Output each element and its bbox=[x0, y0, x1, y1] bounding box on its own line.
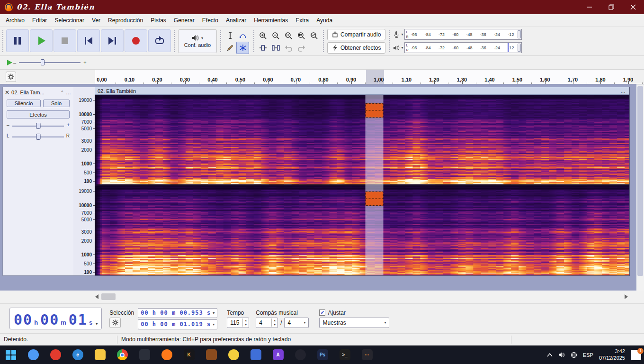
vertical-scrollbar[interactable] bbox=[636, 84, 644, 291]
selection-options-button[interactable] bbox=[109, 318, 121, 328]
snap-checkbox-row[interactable]: ✓ Ajustar bbox=[319, 309, 345, 316]
zoom-fit-project-button[interactable] bbox=[295, 29, 308, 42]
speed-slider[interactable] bbox=[19, 59, 80, 66]
scroll-left-button[interactable] bbox=[93, 293, 100, 300]
taskbar-icon-archive-app[interactable] bbox=[205, 349, 217, 361]
menu-item-efecto[interactable]: Efecto bbox=[198, 15, 222, 26]
loop-button[interactable] bbox=[148, 29, 171, 52]
get-effects-button[interactable]: Obtener efectos bbox=[327, 42, 385, 54]
menu-item-ver[interactable]: Ver bbox=[88, 15, 104, 26]
taskbar-icon-audacity[interactable] bbox=[161, 349, 173, 361]
toolbar-grip[interactable] bbox=[173, 29, 176, 53]
silence-audio-button[interactable] bbox=[269, 42, 282, 54]
taskbar-icon-start[interactable] bbox=[5, 349, 17, 361]
zoom-in-button[interactable] bbox=[257, 29, 269, 42]
play-button[interactable] bbox=[30, 29, 53, 52]
taskbar-icon-file-explorer[interactable] bbox=[94, 349, 106, 361]
clock[interactable]: 3:42 07/12/2025 bbox=[599, 348, 625, 362]
taskbar-icon-dots-app[interactable]: ⋯ bbox=[361, 349, 373, 361]
taskbar-icon-edge[interactable]: e bbox=[72, 349, 84, 361]
restore-button[interactable] bbox=[600, 0, 622, 14]
horizontal-scrollbar-thumb[interactable] bbox=[101, 293, 116, 300]
menu-item-analizar[interactable]: Analizar bbox=[222, 15, 250, 26]
language-indicator[interactable]: ESP bbox=[583, 352, 593, 358]
taskbar-icon-a-app[interactable]: A bbox=[272, 349, 284, 361]
taskbar-icon-chrome[interactable] bbox=[116, 349, 128, 361]
toolbar-grip[interactable] bbox=[252, 29, 255, 53]
chevron-down-icon[interactable]: ▾ bbox=[213, 322, 215, 327]
multi-tool-button[interactable] bbox=[236, 42, 249, 54]
selection-start-field[interactable]: 00 h 00 m 00.953 s ▾ bbox=[138, 308, 217, 318]
audio-clip[interactable]: 02. Ella También … bbox=[95, 87, 630, 276]
frequency-ruler[interactable]: 1900010000700050003000200010005001001900… bbox=[73, 87, 95, 276]
menu-item-ayuda[interactable]: Ayuda bbox=[313, 15, 336, 26]
taskbar-icon-calculator[interactable] bbox=[250, 349, 262, 361]
clip-menu-button[interactable]: … bbox=[620, 88, 626, 94]
record-button[interactable] bbox=[125, 29, 147, 52]
minimize-button[interactable] bbox=[579, 0, 600, 14]
track-title[interactable]: 02. Ella Tam... bbox=[11, 90, 58, 95]
volume-icon[interactable] bbox=[558, 352, 565, 358]
pan-slider-thumb[interactable] bbox=[36, 134, 40, 140]
timeline-options-button[interactable] bbox=[6, 72, 16, 82]
taskbar-icon-media-app[interactable] bbox=[49, 349, 62, 361]
mute-button[interactable]: Silencio bbox=[7, 100, 41, 107]
timeline-ruler[interactable]: 0,000,100,200,300,400,500,600,700,800,90… bbox=[95, 70, 630, 84]
track-close-button[interactable]: ✕ bbox=[5, 90, 9, 95]
taskbar-icon-terminal[interactable]: >_ bbox=[339, 349, 351, 361]
stop-button[interactable] bbox=[54, 29, 76, 52]
pause-button[interactable] bbox=[6, 29, 29, 52]
time-signature-lower-dropdown[interactable]: 4 ▾ bbox=[284, 318, 309, 328]
taskbar-icon-k-app[interactable]: K bbox=[183, 349, 195, 361]
share-audio-button[interactable]: Compartir audio bbox=[327, 29, 385, 40]
draw-tool-button[interactable] bbox=[224, 42, 236, 54]
taskbar-icon-wolf-app[interactable] bbox=[294, 349, 306, 361]
track-menu-button[interactable]: … bbox=[66, 90, 72, 95]
taskbar-icon-dev-app[interactable] bbox=[138, 349, 151, 361]
vertical-scrollbar-thumb[interactable] bbox=[637, 86, 643, 276]
effects-button[interactable]: Efectos bbox=[7, 110, 70, 118]
skip-to-end-button[interactable] bbox=[101, 29, 124, 52]
taskbar-icon-yellow-app[interactable] bbox=[227, 349, 240, 361]
play-at-speed-button[interactable] bbox=[6, 59, 13, 66]
envelope-tool-button[interactable] bbox=[236, 29, 249, 42]
taskbar-icon-chat[interactable] bbox=[27, 349, 39, 361]
recording-meter[interactable]: ▾ L R -96-84-72-60-48-36-24-12 bbox=[393, 28, 522, 40]
snap-checkbox[interactable]: ✓ bbox=[319, 309, 325, 316]
menu-item-archivo[interactable]: Archivo bbox=[2, 15, 28, 26]
gain-slider[interactable]: – + bbox=[8, 122, 69, 129]
tray-chevron-icon[interactable] bbox=[547, 353, 553, 357]
redo-button[interactable] bbox=[295, 42, 308, 54]
taskbar-icon-photoshop[interactable]: Ps bbox=[316, 349, 329, 361]
scroll-right-button[interactable] bbox=[622, 293, 630, 300]
chevron-down-icon[interactable]: ▾ bbox=[96, 322, 98, 326]
tempo-spinner[interactable]: 115 ▲▼ bbox=[227, 318, 249, 328]
snap-format-dropdown[interactable]: Muestras ▾ bbox=[319, 318, 389, 328]
undo-button[interactable] bbox=[282, 42, 295, 54]
playback-meter[interactable]: ▾ L R -96-84-72-60-48-36-24-12 bbox=[393, 42, 522, 54]
selection-tool-button[interactable] bbox=[224, 29, 236, 42]
chevron-down-icon[interactable]: ▾ bbox=[213, 311, 215, 315]
menu-item-editar[interactable]: Editar bbox=[28, 15, 51, 26]
close-button[interactable] bbox=[622, 0, 644, 14]
toolbar-grip[interactable] bbox=[388, 29, 391, 53]
menu-item-seleccionar[interactable]: Seleccionar bbox=[51, 15, 88, 26]
menu-item-pistas[interactable]: Pistas bbox=[147, 15, 170, 26]
speed-slider-thumb[interactable] bbox=[41, 59, 45, 65]
skip-to-start-button[interactable] bbox=[77, 29, 100, 52]
gain-slider-thumb[interactable] bbox=[36, 123, 40, 129]
zoom-out-button[interactable] bbox=[269, 29, 282, 42]
pan-slider[interactable]: L R bbox=[8, 133, 69, 140]
menu-item-reproduccion[interactable]: Reproducción bbox=[104, 15, 147, 26]
toolbar-grip[interactable] bbox=[322, 29, 325, 53]
selection-end-field[interactable]: 00 h 00 m 01.019 s ▾ bbox=[138, 319, 217, 329]
time-signature-upper-spinner[interactable]: 4 ▲▼ bbox=[256, 318, 278, 328]
track-collapse-button[interactable]: ⌃ bbox=[60, 90, 64, 95]
menu-item-generar[interactable]: Generar bbox=[170, 15, 198, 26]
clip-header[interactable]: 02. Ella También … bbox=[95, 87, 629, 95]
audio-position-display[interactable]: 00h 00m 01s ▾ bbox=[9, 308, 102, 329]
audio-setup-button[interactable]: ▾ Conf. audio bbox=[178, 29, 217, 53]
trim-audio-button[interactable] bbox=[257, 42, 269, 54]
menu-item-herramientas[interactable]: Herramientas bbox=[250, 15, 292, 26]
notifications-icon[interactable]: 1 bbox=[631, 350, 641, 360]
